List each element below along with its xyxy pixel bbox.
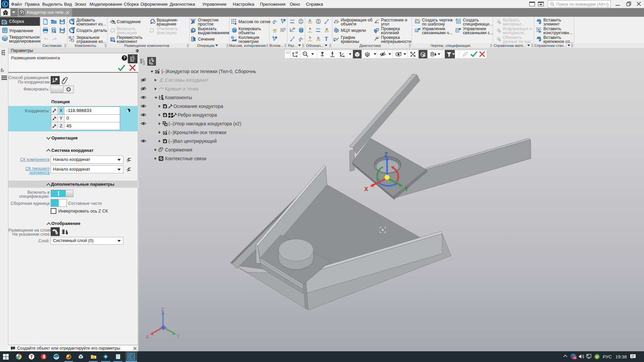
svg-text:Y: Y xyxy=(176,333,180,339)
svg-text:11: 11 xyxy=(574,356,577,359)
svg-text:?: ? xyxy=(377,18,379,22)
svg-text:X: X xyxy=(364,186,368,192)
svg-text:?: ? xyxy=(378,36,380,39)
svg-text:Z: Z xyxy=(161,306,164,312)
svg-text:Y: Y xyxy=(405,186,409,192)
svg-text:?: ? xyxy=(336,19,338,22)
svg-text:T: T xyxy=(419,19,420,21)
svg-text:Z: Z xyxy=(384,152,388,158)
svg-text:11: 11 xyxy=(143,60,145,63)
svg-text:T: T xyxy=(325,36,328,42)
svg-text:X: X xyxy=(146,334,149,340)
svg-text:12: 12 xyxy=(143,63,145,65)
